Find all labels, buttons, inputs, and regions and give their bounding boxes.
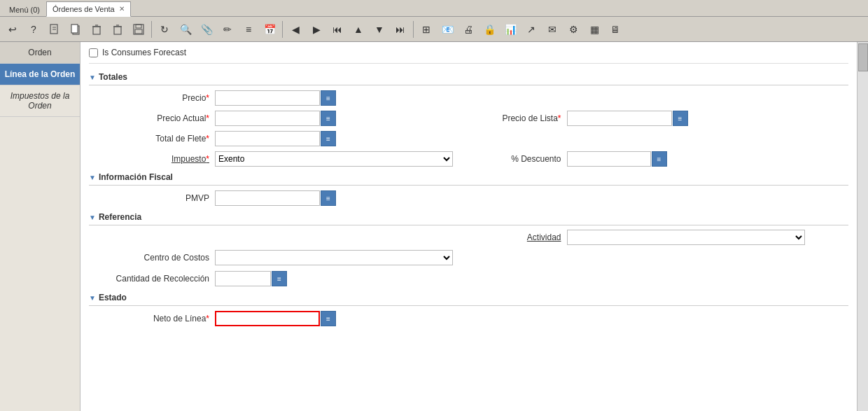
section-estado: ▼ Estado: [89, 293, 848, 306]
pmvp-calc-button[interactable]: ≡: [321, 190, 336, 206]
tab-active-label: Órdenes de Venta: [52, 4, 115, 15]
svg-rect-4: [71, 25, 78, 33]
consumes-forecast-label: Is Consumes Forecast: [102, 48, 186, 57]
precio-actual-input[interactable]: 5.000,00: [215, 111, 320, 126]
toolbar: ↩ ? ↻ 🔍 📎 ✏ ≡ 📅 ◀ ▶ ⏮ ▲ ▼ ⏭ ⊞ 📧 🖨 🔒 📊 ↗ …: [0, 17, 868, 42]
neto-linea-calc-button[interactable]: ≡: [321, 311, 336, 326]
calendar-button[interactable]: 📅: [260, 20, 279, 39]
svg-rect-13: [135, 29, 142, 34]
undo-button[interactable]: ↩: [3, 20, 22, 39]
estado-arrow-icon: ▼: [89, 294, 96, 302]
cantidad-recoleccion-input[interactable]: 0: [215, 271, 271, 286]
refresh-button[interactable]: ↻: [155, 20, 174, 39]
impuesto-select[interactable]: Exento: [215, 151, 453, 167]
multi-button[interactable]: ≡: [239, 20, 258, 39]
tab-close-icon[interactable]: ✕: [119, 4, 125, 15]
cantidad-recoleccion-calc-button[interactable]: ≡: [272, 271, 287, 286]
main-layout: Orden Línea de la Orden Impuestos de la …: [0, 42, 868, 411]
impuesto-label: Impuesto*: [89, 154, 215, 164]
precio-lista-col: Precio de Lista* 5.000,00 ≡: [476, 111, 849, 126]
delete2-button[interactable]: [108, 20, 127, 39]
centro-costos-select[interactable]: [215, 250, 453, 265]
send-button[interactable]: ✉: [542, 20, 562, 39]
barcode-button[interactable]: ▦: [584, 20, 604, 39]
help-button[interactable]: ?: [24, 20, 43, 39]
new-button[interactable]: [45, 20, 64, 39]
save-button[interactable]: [129, 20, 148, 39]
tab-menu[interactable]: Menú (0): [3, 2, 46, 16]
descuento-col: % Descuento 0,0 ≡: [476, 151, 849, 167]
prev-button[interactable]: ◀: [286, 20, 305, 39]
toolbar-sep1: [151, 21, 152, 38]
info-fiscal-label: Información Fiscal: [99, 172, 173, 182]
precio-lista-label: Precio de Lista*: [476, 113, 567, 123]
precio-row: Precio* 5.000,00 ≡: [89, 90, 848, 106]
cantidad-recoleccion-row: Cantidad de Recolección 0 ≡: [89, 270, 848, 287]
down-button[interactable]: ▼: [370, 20, 389, 39]
section-totales: ▼ Totales: [89, 72, 848, 85]
actividad-label: Actividad: [476, 232, 567, 242]
centro-costos-label: Centro de Costos: [89, 253, 215, 263]
attach-button[interactable]: 📎: [197, 20, 216, 39]
toolbar-sep2: [282, 21, 283, 38]
descuento-calc-button[interactable]: ≡: [652, 151, 667, 167]
total-flete-calc-button[interactable]: ≡: [321, 131, 336, 146]
pmvp-input[interactable]: 0,00: [215, 190, 320, 206]
total-flete-row: Total de Flete* 0,00 ≡: [89, 130, 848, 147]
settings-button[interactable]: ⚙: [564, 20, 583, 39]
monitor-button[interactable]: 🖥: [606, 20, 625, 39]
section-info-fiscal: ▼ Información Fiscal: [89, 172, 848, 186]
descuento-input[interactable]: 0,0: [567, 151, 651, 167]
find-button[interactable]: 🔍: [176, 20, 195, 39]
precio-calc-button[interactable]: ≡: [321, 90, 336, 106]
info-fiscal-arrow-icon: ▼: [89, 174, 96, 181]
precio-lista-input[interactable]: 5.000,00: [567, 111, 672, 126]
first-button[interactable]: ⏮: [328, 20, 347, 39]
copy-button[interactable]: [66, 20, 85, 39]
grid-button[interactable]: ⊞: [416, 20, 436, 39]
precio-actual-calc-button[interactable]: ≡: [321, 111, 336, 126]
sidebar-tab-orden[interactable]: Orden: [0, 42, 80, 64]
estado-label: Estado: [99, 293, 127, 302]
precio-input[interactable]: 5.000,00: [215, 90, 320, 106]
pmvp-label: PMVP: [89, 193, 215, 203]
cantidad-recoleccion-label: Cantidad de Recolección: [89, 274, 215, 284]
total-flete-input[interactable]: 0,00: [215, 131, 320, 146]
last-button[interactable]: ⏭: [391, 20, 410, 39]
neto-linea-label: Neto de Línea*: [89, 314, 215, 323]
up-button[interactable]: ▲: [349, 20, 368, 39]
delete1-button[interactable]: [87, 20, 106, 39]
report-button[interactable]: 📊: [500, 20, 520, 39]
consumes-forecast-checkbox[interactable]: [89, 48, 98, 57]
precio-lista-calc-button[interactable]: ≡: [673, 111, 688, 126]
pmvp-row: PMVP 0,00 ≡: [89, 190, 848, 207]
tab-bar: Menú (0) Órdenes de Venta ✕: [0, 0, 868, 17]
content-area: Is Consumes Forecast ▼ Totales Precio* 5…: [80, 42, 857, 411]
svg-rect-12: [136, 25, 141, 28]
neto-linea-row: Neto de Línea* 50.000,00 ≡: [89, 310, 848, 327]
centro-costos-row: Centro de Costos: [89, 249, 848, 266]
email2-button[interactable]: 📧: [438, 20, 457, 39]
total-flete-label: Total de Flete*: [89, 134, 215, 144]
descuento-label: % Descuento: [476, 154, 567, 164]
neto-linea-input[interactable]: 50.000,00: [215, 311, 320, 326]
totales-label: Totales: [99, 72, 127, 82]
actividad-col: Actividad: [476, 230, 849, 245]
sidebar-tab-impuestos[interactable]: Impuestos de la Orden: [0, 85, 80, 117]
precio-actual-lista-row: Precio Actual* 5.000,00 ≡ Precio de List…: [89, 111, 848, 126]
actividad-select[interactable]: [567, 230, 805, 245]
print-button[interactable]: 🖨: [458, 20, 478, 39]
lock-button[interactable]: 🔒: [479, 20, 499, 39]
sidebar-tab-linea-orden[interactable]: Línea de la Orden: [0, 64, 80, 85]
tab-ordenes-venta[interactable]: Órdenes de Venta ✕: [46, 1, 131, 17]
precio-actual-col: Precio Actual* 5.000,00 ≡: [89, 111, 462, 126]
svg-rect-5: [93, 27, 100, 34]
workflow-button[interactable]: ↗: [522, 20, 541, 39]
scrollbar-thumb[interactable]: [858, 43, 868, 71]
section-referencia: ▼ Referencia: [89, 212, 848, 225]
next-button[interactable]: ▶: [307, 20, 326, 39]
referencia-arrow-icon: ▼: [89, 214, 96, 221]
note-button[interactable]: ✏: [218, 20, 237, 39]
scrollbar[interactable]: [857, 42, 868, 411]
impuesto-descuento-row: Impuesto* Exento % Descuento 0,0 ≡: [89, 151, 848, 167]
